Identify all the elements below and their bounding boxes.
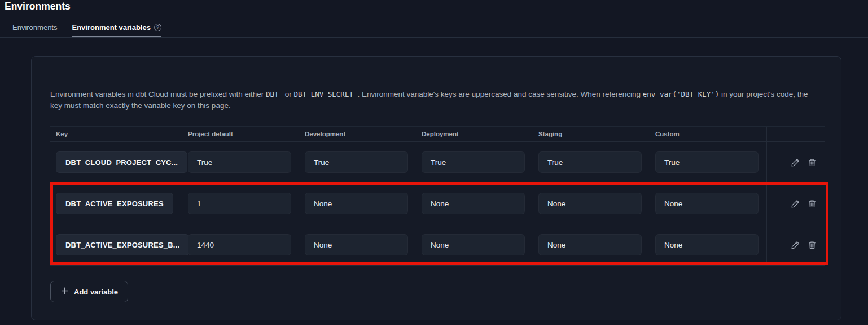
variable-value-pill: True (422, 151, 525, 173)
column-header-project-default: Project default (182, 131, 299, 137)
value-cell: True (299, 142, 416, 183)
variable-key-pill: DBT_ACTIVE_EXPOSURES (56, 193, 173, 214)
variable-value: True (547, 158, 563, 167)
variable-value: None (431, 200, 449, 208)
variable-value-pill: True (188, 151, 291, 173)
column-header-staging: Staging (533, 131, 650, 137)
tab-label: Environments (12, 23, 57, 32)
plus-icon (60, 287, 69, 297)
variable-key: DBT_ACTIVE_EXPOSURES_B... (65, 241, 179, 249)
variable-value-pill: True (655, 151, 759, 173)
variable-key: DBT_CLOUD_PROJECT_CYC... (65, 158, 178, 167)
tab-environment-variables[interactable]: Environment variables ? (72, 23, 161, 37)
column-header-actions (766, 127, 825, 141)
variable-value-pill: None (422, 234, 525, 255)
variable-value: None (314, 200, 332, 208)
key-cell: DBT_CLOUD_PROJECT_CYC... (50, 142, 182, 183)
variable-value-pill: None (305, 193, 408, 214)
delete-variable-button[interactable] (807, 157, 817, 167)
trash-icon (808, 240, 817, 250)
variable-value-pill: None (538, 234, 642, 255)
variable-value-pill: True (538, 151, 642, 173)
row-actions (766, 224, 825, 265)
value-cell: None (299, 224, 416, 265)
value-cell: None (650, 183, 766, 224)
value-cell: None (533, 224, 650, 265)
variable-value: None (431, 241, 449, 249)
value-cell: 1 (182, 183, 299, 224)
add-variable-button[interactable]: Add variable (50, 281, 128, 302)
row-actions (766, 142, 825, 183)
tab-environments[interactable]: Environments (12, 23, 57, 37)
header-bar: Environments Environments Environment va… (0, 0, 868, 38)
tab-label: Environment variables (72, 23, 150, 32)
description-text: Environment variables in dbt Cloud must … (50, 90, 266, 98)
variable-value: True (664, 158, 680, 167)
value-cell: True (533, 142, 650, 183)
variable-value-pill: None (422, 193, 525, 214)
table-row: DBT_CLOUD_PROJECT_CYC... TrueTrueTrueTru… (50, 142, 825, 183)
key-cell: DBT_ACTIVE_EXPOSURES (50, 183, 182, 224)
help-icon[interactable]: ? (154, 24, 161, 31)
description-code: DBT_ (266, 90, 283, 98)
variable-value: 1440 (197, 241, 214, 249)
value-cell: None (650, 224, 766, 265)
variable-value-pill: 1 (188, 193, 291, 214)
edit-variable-button[interactable] (790, 157, 800, 167)
table-header-row: KeyProject defaultDevelopmentDeploymentS… (50, 127, 825, 142)
variable-key: DBT_ACTIVE_EXPOSURES (65, 200, 164, 208)
column-header-key: Key (50, 131, 182, 137)
pencil-icon (791, 158, 800, 167)
value-cell: None (299, 183, 416, 224)
column-header-development: Development (299, 131, 416, 137)
description-text: or (283, 90, 294, 98)
variable-key-pill: DBT_ACTIVE_EXPOSURES_B... (56, 234, 189, 255)
variable-value: True (431, 158, 446, 167)
value-cell: 1440 (182, 224, 299, 265)
value-cell: None (416, 183, 533, 224)
edit-variable-button[interactable] (790, 240, 800, 250)
environment-variables-panel: Environment variables in dbt Cloud must … (31, 56, 841, 320)
description-code: DBT_ENV_SECRET_ (294, 90, 358, 98)
delete-variable-button[interactable] (807, 240, 817, 250)
variable-value: 1 (197, 200, 201, 208)
table-row: DBT_ACTIVE_EXPOSURES 1NoneNoneNoneNone (50, 183, 825, 224)
variable-value-pill: 1440 (188, 234, 291, 255)
key-cell: DBT_ACTIVE_EXPOSURES_B... (50, 224, 182, 265)
variable-value: None (547, 200, 565, 208)
add-variable-label: Add variable (74, 288, 118, 296)
variable-value: None (547, 241, 565, 249)
tab-list: Environments Environment variables ? (12, 23, 161, 37)
value-cell: True (416, 142, 533, 183)
variable-value: None (314, 241, 332, 249)
variable-value: True (197, 158, 212, 167)
variable-value-pill: None (655, 193, 759, 214)
column-header-custom: Custom (650, 131, 766, 137)
variable-value: True (314, 158, 329, 167)
variable-value: None (664, 200, 682, 208)
value-cell: True (650, 142, 766, 183)
delete-variable-button[interactable] (807, 198, 817, 209)
variable-value-pill: True (305, 151, 408, 173)
description: Environment variables in dbt Cloud must … (50, 89, 821, 111)
variables-table: KeyProject defaultDevelopmentDeploymentS… (50, 126, 825, 266)
description-text: . Environment variable's keys are upperc… (357, 90, 642, 98)
trash-icon (808, 199, 817, 209)
description-code: env_var('DBT_KEY') (643, 90, 719, 98)
value-cell: True (182, 142, 299, 183)
edit-variable-button[interactable] (790, 198, 800, 209)
trash-icon (808, 158, 817, 167)
pencil-icon (791, 199, 800, 209)
page-title: Environments (5, 1, 71, 12)
variable-value: None (664, 241, 682, 249)
column-header-deployment: Deployment (416, 131, 533, 137)
variable-key-pill: DBT_CLOUD_PROJECT_CYC... (56, 151, 187, 173)
pencil-icon (791, 240, 800, 250)
variable-value-pill: None (538, 193, 642, 214)
table-row: DBT_ACTIVE_EXPOSURES_B... 1440NoneNoneNo… (50, 224, 825, 266)
table-body: DBT_CLOUD_PROJECT_CYC... TrueTrueTrueTru… (50, 142, 825, 266)
value-cell: None (533, 183, 650, 224)
value-cell: None (416, 224, 533, 265)
variable-value-pill: None (655, 234, 759, 255)
row-actions (766, 183, 825, 224)
